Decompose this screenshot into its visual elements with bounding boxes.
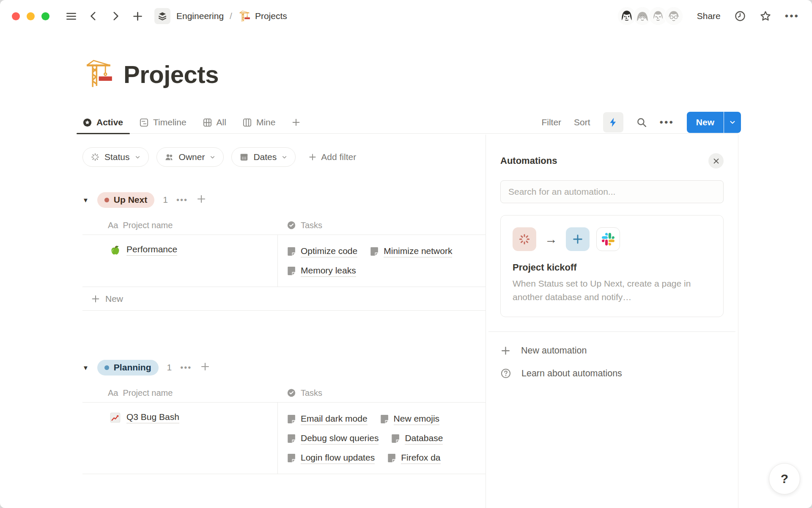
crane-icon [238,10,251,22]
avatar[interactable] [664,6,683,26]
automation-card-title: Project kickoff [513,262,711,273]
add-view-icon[interactable] [291,111,301,134]
tasks-cell: Optimize code Minimize network Memory le… [277,235,486,287]
updates-clock-icon[interactable] [734,10,746,22]
breadcrumb: Engineering / Projects [176,10,287,22]
more-options-icon[interactable]: ••• [785,10,799,22]
plus-icon [500,345,511,356]
chevron-down-icon [209,154,216,160]
page-icon [287,434,296,443]
page-icon [287,453,296,463]
plus-icon [91,294,100,304]
teamspace-icon[interactable] [154,8,170,24]
crane-icon-large[interactable] [83,58,114,91]
view-options-icon[interactable]: ••• [660,116,674,128]
zoom-window-button[interactable] [41,12,49,20]
nav-forward-icon[interactable] [110,11,121,22]
automation-card[interactable]: → Project kickoff When Status set to Up … [500,215,724,317]
slack-icon [596,227,620,251]
minimize-window-button[interactable] [27,12,35,20]
search-icon[interactable] [636,117,647,128]
group-count: 1 [167,362,172,373]
view-tabs: Active Timeline All Mine [82,111,301,134]
task-link[interactable]: Debug slow queries [287,433,379,444]
create-page-icon [566,227,590,251]
task-link[interactable]: Database [391,433,443,444]
green-apple-icon [110,244,121,256]
task-link[interactable]: Memory leaks [287,265,356,277]
project-name-link: Q3 Bug Bash [126,412,179,423]
collaborator-avatars [617,6,683,26]
add-filter-button[interactable]: Add filter [308,152,356,162]
collapse-triangle-icon[interactable]: ▼ [82,196,89,204]
automations-bolt-icon[interactable] [603,112,623,133]
new-row-button[interactable]: New [82,287,486,311]
group-options-icon[interactable]: ••• [180,363,192,373]
filter-button[interactable]: Filter [541,117,561,127]
task-link[interactable]: Optimize code [287,246,357,257]
group-badge-up-next[interactable]: Up Next [97,192,154,208]
group-count: 1 [163,195,168,205]
close-window-button[interactable] [12,12,20,20]
sort-button[interactable]: Sort [574,117,590,127]
close-icon[interactable] [708,153,724,168]
chevron-down-icon [281,154,288,160]
owner-filter-chip[interactable]: Owner [156,147,224,167]
column-header-tasks[interactable]: Tasks [277,221,486,230]
notion-window: Engineering / Projects [0,0,812,508]
project-cell[interactable]: Performance [82,235,277,287]
automation-search-input[interactable] [500,180,724,203]
column-header-tasks[interactable]: Tasks [277,388,486,398]
page-icon [391,434,400,443]
group-add-icon[interactable] [196,194,206,206]
new-automation-button[interactable]: New automation [500,345,724,356]
page-icon [287,266,296,276]
table-header: Aa Project name Tasks [82,216,486,235]
status-trigger-icon [513,227,536,251]
nav-back-icon[interactable] [88,11,99,22]
task-link[interactable]: New emojis [380,414,440,425]
task-link[interactable]: Minimize network [370,246,452,257]
help-button[interactable]: ? [769,463,800,494]
page-icon [387,453,396,463]
window-topbar: Engineering / Projects [0,0,812,32]
share-button[interactable]: Share [697,11,721,21]
text-type-icon: Aa [108,221,118,230]
new-button-dropdown[interactable] [724,112,741,133]
breadcrumb-page[interactable]: Projects [255,11,287,21]
page-title: Projects [123,60,219,88]
column-header-name[interactable]: Aa Project name [82,388,277,398]
status-filter-chip[interactable]: Status [82,147,149,167]
chart-increasing-icon [110,412,121,423]
dates-filter-chip[interactable]: Dates [231,147,296,167]
tab-mine[interactable]: Mine [242,111,276,134]
task-link[interactable]: Login flow updates [287,453,375,464]
group-add-icon[interactable] [200,362,210,373]
sidebar-menu-icon[interactable] [66,11,77,22]
check-circle-icon [287,388,296,398]
tab-timeline[interactable]: Timeline [139,111,187,134]
group-badge-planning[interactable]: Planning [97,360,159,375]
page-icon [380,414,389,424]
page-icon [370,247,379,256]
chevron-down-icon [134,154,141,160]
favorite-star-icon[interactable] [760,10,771,22]
learn-about-automations-link[interactable]: Learn about automations [500,368,724,379]
panel-divider [488,331,735,332]
group-options-icon[interactable]: ••• [176,195,188,205]
task-link[interactable]: Email dark mode [287,414,368,425]
new-page-icon[interactable] [132,11,143,22]
view-toolbar: Filter Sort ••• New [541,112,741,133]
collapse-triangle-icon[interactable]: ▼ [82,364,89,371]
new-button-label[interactable]: New [687,112,724,133]
table-header: Aa Project name Tasks [82,384,486,403]
task-link[interactable]: Firefox da [387,453,440,464]
project-cell[interactable]: Q3 Bug Bash [82,403,277,474]
tab-all[interactable]: All [203,111,226,134]
filter-chips: Status Owner Dates Add filter [82,147,486,167]
breadcrumb-team[interactable]: Engineering [176,11,224,21]
traffic-lights [12,12,49,20]
column-header-name[interactable]: Aa Project name [82,221,277,230]
automation-card-description: When Status set to Up Next, create a pag… [513,277,711,304]
tab-active[interactable]: Active [82,111,123,134]
